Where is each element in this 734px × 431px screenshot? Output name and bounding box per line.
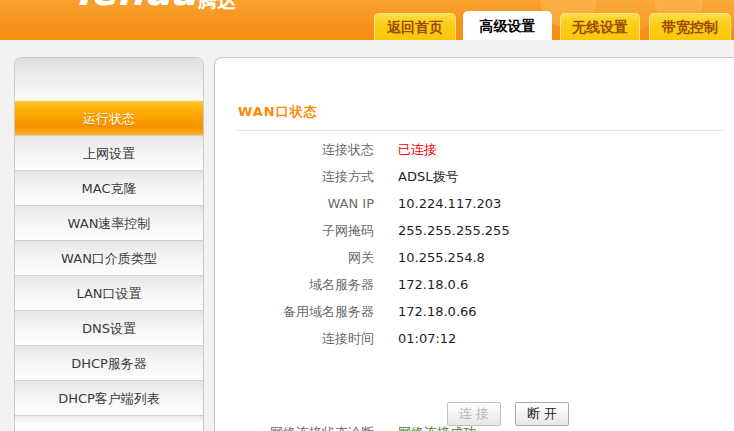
sidebar-item-dns-settings[interactable]: DNS设置 xyxy=(15,310,203,345)
row-value: 10.224.117.203 xyxy=(398,190,501,217)
row-value: 10.255.254.8 xyxy=(398,244,485,271)
title-divider xyxy=(236,130,724,131)
wan-status-table: 连接状态 已连接 连接方式 ADSL拨号 WAN IP 10.224.117.2… xyxy=(215,136,734,352)
tenda-logo: Tenda xyxy=(70,0,197,11)
row-value: 255.255.255.255 xyxy=(398,217,510,244)
main-content-panel: WAN口状态 连接状态 已连接 连接方式 ADSL拨号 WAN IP 10.22… xyxy=(214,57,734,431)
row-value: 01:07:12 xyxy=(398,325,456,352)
sidebar-item-wan-speed-control[interactable]: WAN速率控制 xyxy=(15,205,203,240)
row-label: 网关 xyxy=(215,244,374,271)
row-label: WAN IP xyxy=(215,190,374,217)
row-value: ADSL拨号 xyxy=(398,163,458,190)
status-row-connection-type: 连接方式 ADSL拨号 xyxy=(215,163,734,190)
connect-button[interactable]: 连 接 xyxy=(447,402,501,426)
status-row-subnet-mask: 子网掩码 255.255.255.255 xyxy=(215,217,734,244)
disconnect-button[interactable]: 断 开 xyxy=(515,402,569,426)
row-value: 已连接 xyxy=(398,136,437,163)
row-label: 备用域名服务器 xyxy=(215,298,374,325)
action-buttons: 连 接 断 开 xyxy=(215,402,734,426)
row-label: 连接方式 xyxy=(215,163,374,190)
sidebar-item-mac-clone[interactable]: MAC克隆 xyxy=(15,170,203,205)
sidebar-menu: 运行状态 上网设置 MAC克隆 WAN速率控制 WAN口介质类型 LAN口设置 … xyxy=(14,57,204,431)
sidebar-item-dhcp-server[interactable]: DHCP服务器 xyxy=(15,345,203,380)
status-row-wan-ip: WAN IP 10.224.117.203 xyxy=(215,190,734,217)
status-row-connection-state: 连接状态 已连接 xyxy=(215,136,734,163)
row-value: 172.18.0.6 xyxy=(398,271,468,298)
sidebar-item-wan-media-type[interactable]: WAN口介质类型 xyxy=(15,240,203,275)
tab-wireless-settings[interactable]: 无线设置 xyxy=(560,13,640,40)
tab-advanced-settings[interactable]: 高级设置 xyxy=(463,11,552,40)
row-label: 连接时间 xyxy=(215,325,374,352)
row-label: 子网掩码 xyxy=(215,217,374,244)
page-title: WAN口状态 xyxy=(238,103,318,121)
tenda-logo-chinese: 腾达 xyxy=(198,0,236,10)
row-value: 172.18.0.66 xyxy=(398,298,477,325)
sidebar-item-running-status[interactable]: 运行状态 xyxy=(15,100,203,135)
app-header: Tenda 腾达 返回首页 高级设置 无线设置 带宽控制 xyxy=(0,0,734,40)
status-row-connection-time: 连接时间 01:07:12 xyxy=(215,325,734,352)
sidebar-item-dhcp-client-list[interactable]: DHCP客户端列表 xyxy=(15,380,203,415)
sidebar-header-cap xyxy=(15,58,203,100)
sidebar-item-internet-settings[interactable]: 上网设置 xyxy=(15,135,203,170)
status-row-backup-dns-server: 备用域名服务器 172.18.0.66 xyxy=(215,298,734,325)
sidebar-item-lan-settings[interactable]: LAN口设置 xyxy=(15,275,203,310)
tab-return-home[interactable]: 返回首页 xyxy=(374,13,456,40)
sidebar-item-partial[interactable] xyxy=(15,415,203,424)
tab-bandwidth-control[interactable]: 带宽控制 xyxy=(649,13,731,40)
row-label: 连接状态 xyxy=(215,136,374,163)
status-row-dns-server: 域名服务器 172.18.0.6 xyxy=(215,271,734,298)
status-row-gateway: 网关 10.255.254.8 xyxy=(215,244,734,271)
row-label: 域名服务器 xyxy=(215,271,374,298)
